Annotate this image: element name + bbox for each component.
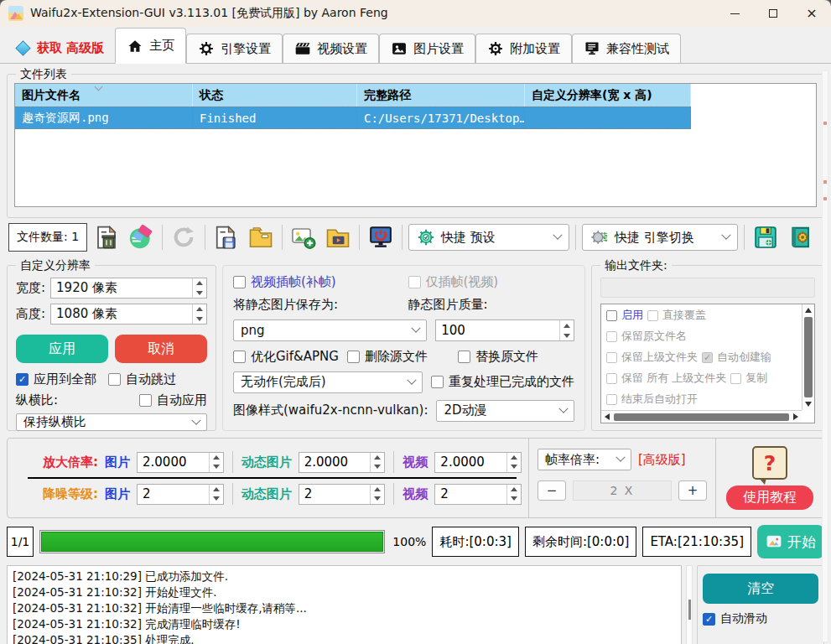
tab-home[interactable]: 主页 (115, 28, 186, 64)
preset-gear-icon (417, 228, 435, 247)
refresh-button[interactable] (169, 221, 199, 253)
monitor-checklist-icon (584, 40, 600, 57)
tab-video-settings[interactable]: 视频设置 (283, 34, 379, 63)
chevron-down-icon (553, 231, 562, 240)
keep-all-parents-checkbox (606, 373, 617, 384)
column-header-filler (691, 84, 816, 106)
enable-output-checkbox[interactable] (606, 310, 617, 321)
tab-extra-settings[interactable]: 附加设置 (475, 34, 572, 63)
zoom-animated-spinner[interactable]: 2.0000 (299, 452, 386, 473)
shutdown-settings-button[interactable] (366, 221, 396, 253)
spinner-arrows-icon[interactable] (209, 453, 223, 472)
scroll-left-icon[interactable] (601, 411, 613, 423)
column-label: 自定义分辨率(宽 x 高) (532, 88, 652, 103)
framerate-increase-button[interactable]: + (678, 480, 707, 501)
width-spinner[interactable]: 1920 像素 (50, 278, 207, 299)
scroll-up-icon[interactable] (802, 304, 814, 316)
tutorial-button[interactable]: 使用教程 (726, 486, 813, 510)
vertical-scrollbar[interactable] (802, 304, 814, 410)
scrollbar-thumb[interactable] (614, 413, 789, 421)
denoise-video-spinner[interactable]: 2 (434, 484, 522, 505)
column-header-resolution[interactable]: 自定义分辨率(宽 x 高) (525, 84, 691, 106)
open-file-list-button[interactable] (246, 221, 276, 253)
auto-apply-checkbox[interactable] (139, 394, 152, 407)
quick-preset-dropdown[interactable]: 快捷 预设 (408, 224, 569, 251)
cell-status[interactable]: Finished (193, 106, 357, 129)
image-format-dropdown[interactable]: png (233, 319, 427, 341)
denoise-level-label: 降噪等级: (8, 486, 98, 502)
auto-scroll-checkbox[interactable] (703, 613, 715, 626)
zoom-image-spinner[interactable]: 2.0000 (137, 452, 224, 473)
framerate-dropdown[interactable]: 帧率倍率: (538, 449, 631, 470)
tab-image-settings[interactable]: 图片设置 (379, 34, 475, 63)
keep-parent-label: 保留上级文件夹 (621, 350, 698, 365)
reprocess-checkbox[interactable] (431, 376, 444, 388)
column-header-path[interactable]: 完整路径 (357, 84, 525, 106)
scroll-right-icon[interactable] (790, 411, 802, 423)
clear-list-button[interactable] (126, 221, 156, 253)
delete-source-checkbox[interactable] (347, 351, 360, 363)
log-output[interactable]: [2024-05-31 21:10:29] 已成功添加文件. [2024-05-… (7, 565, 682, 644)
minimize-button[interactable] (715, 0, 754, 27)
spinner-arrows-icon[interactable] (192, 304, 206, 324)
tab-engine-settings[interactable]: 引擎设置 (186, 34, 283, 63)
add-image-button[interactable] (288, 221, 319, 253)
vfi-only-checkbox (408, 276, 421, 288)
scrollbar-thumb[interactable] (688, 600, 691, 620)
horizontal-scrollbar[interactable] (601, 410, 802, 423)
zoom-video-spinner[interactable]: 2.0000 (434, 452, 522, 473)
denoise-image-spinner[interactable]: 2 (137, 484, 224, 505)
table-row[interactable]: 趣奇资源网.png Finished C:/Users/17371/Deskto… (15, 106, 816, 129)
optimize-gif-checkbox[interactable] (233, 351, 246, 363)
output-folder-input[interactable] (600, 278, 815, 298)
open-video-folder-button[interactable] (323, 221, 353, 253)
save-file-list-button[interactable] (211, 221, 242, 253)
spinner-arrows-icon[interactable] (559, 320, 574, 340)
tab-compatibility-test[interactable]: 兼容性测试 (572, 34, 681, 63)
log-scrollbar[interactable] (686, 565, 693, 644)
replace-original-checkbox[interactable] (458, 351, 470, 363)
scale-denoise-region: 放大倍率: 图片 2.0000 动态图片 2.0000 视频 2.0000 降噪… (8, 439, 528, 517)
spinner-arrows-icon[interactable] (192, 278, 206, 298)
spinner-arrows-icon[interactable] (506, 453, 521, 472)
spinner-arrows-icon[interactable] (370, 453, 384, 472)
spinner-arrows-icon[interactable] (370, 485, 384, 504)
apply-button[interactable]: 应用 (16, 335, 108, 363)
vfi-checkbox[interactable] (233, 276, 246, 288)
framerate-decrease-button[interactable]: − (538, 480, 566, 501)
denoise-animated-spinner[interactable]: 2 (299, 484, 386, 505)
window-overview-scrollbar[interactable] (822, 70, 828, 642)
auto-apply-label: 自动应用 (157, 392, 207, 408)
auto-skip-checkbox[interactable] (108, 373, 121, 386)
aspect-ratio-dropdown[interactable]: 保持纵横比 (16, 413, 207, 431)
close-button[interactable]: × (792, 0, 831, 27)
cell-path[interactable]: C:/Users/17371/Desktop… (357, 106, 525, 129)
column-header-filename[interactable]: 图片文件名 (15, 84, 193, 106)
column-header-status[interactable]: 状态 (193, 84, 357, 106)
quick-engine-switch-dropdown[interactable]: 快捷 引擎切换 (582, 224, 738, 251)
scrollbar-thumb[interactable] (804, 317, 813, 397)
denoise-animated-value: 2 (304, 486, 313, 501)
spinner-arrows-icon[interactable] (209, 485, 223, 504)
tab-label: 获取 高级版 (37, 40, 104, 56)
image-quality-spinner[interactable]: 100 (435, 319, 574, 341)
picture-icon (391, 40, 408, 57)
clear-log-button[interactable]: 清空 (703, 574, 818, 604)
settings-manual-button[interactable] (785, 221, 815, 253)
cell-resolution[interactable] (525, 106, 691, 129)
spinner-arrows-icon[interactable] (506, 485, 521, 504)
image-style-dropdown[interactable]: 2D动漫 (436, 400, 574, 422)
remove-file-button[interactable] (91, 221, 122, 253)
toolbar-separator (282, 225, 283, 250)
cancel-button[interactable]: 取消 (115, 335, 207, 363)
save-settings-button[interactable] (750, 221, 781, 253)
start-button[interactable]: 开始 (757, 525, 824, 558)
post-action-dropdown[interactable]: 无动作(完成后) (233, 371, 423, 393)
cell-filename[interactable]: 趣奇资源网.png (15, 106, 193, 129)
height-spinner[interactable]: 1080 像素 (50, 304, 207, 325)
apply-to-all-checkbox[interactable] (16, 373, 29, 386)
tab-get-premium[interactable]: 获取 高级版 (3, 34, 115, 63)
scroll-down-icon[interactable] (802, 398, 814, 410)
height-label: 高度: (16, 306, 45, 322)
maximize-button[interactable] (754, 0, 792, 27)
